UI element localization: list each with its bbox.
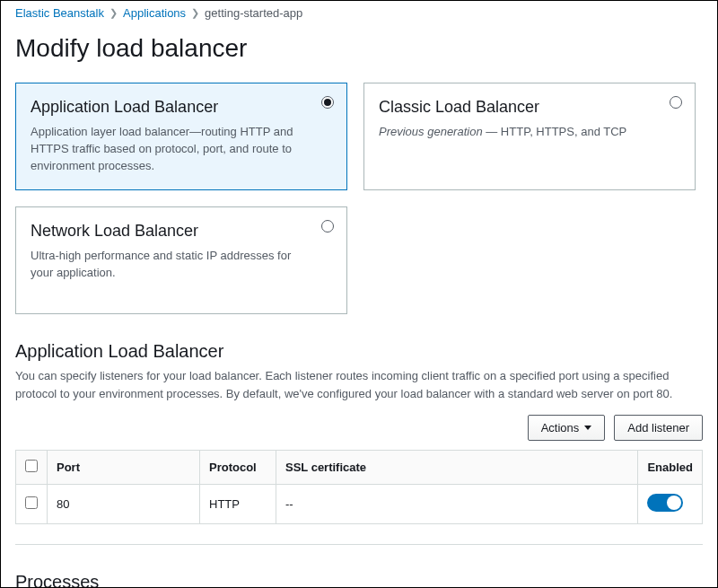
- card-title: Network Load Balancer: [31, 222, 302, 241]
- table-row[interactable]: 80 HTTP --: [16, 485, 703, 524]
- radio-unselected-icon[interactable]: [670, 96, 682, 109]
- table-header-row: Port Protocol SSL certificate Enabled: [16, 451, 703, 485]
- actions-dropdown-button[interactable]: Actions: [528, 415, 606, 441]
- card-description: Ultra-high performance and static IP add…: [31, 248, 302, 282]
- page-title: Modify load balancer: [15, 34, 703, 63]
- divider: [15, 544, 703, 545]
- breadcrumb-link-root[interactable]: Elastic Beanstalk: [15, 6, 104, 20]
- breadcrumb-current: getting-started-app: [205, 6, 302, 20]
- card-title: Application Load Balancer: [31, 98, 302, 117]
- breadcrumb-link-applications[interactable]: Applications: [123, 6, 186, 20]
- header-ssl: SSL certificate: [276, 451, 638, 485]
- card-classic-load-balancer[interactable]: Classic Load Balancer Previous generatio…: [363, 83, 696, 190]
- header-enabled: Enabled: [638, 451, 703, 485]
- card-application-load-balancer[interactable]: Application Load Balancer Application la…: [15, 83, 347, 190]
- header-select-all[interactable]: [16, 451, 48, 485]
- caret-down-icon: [584, 426, 591, 430]
- chevron-right-icon: ❯: [109, 7, 118, 19]
- section-title-processes: Processes: [15, 572, 703, 588]
- header-port: Port: [48, 451, 200, 485]
- card-title: Classic Load Balancer: [379, 98, 650, 117]
- radio-selected-icon[interactable]: [321, 96, 334, 109]
- listeners-table: Port Protocol SSL certificate Enabled 80…: [15, 450, 703, 524]
- enabled-toggle[interactable]: [647, 494, 683, 512]
- card-network-load-balancer[interactable]: Network Load Balancer Ultra-high perform…: [15, 206, 347, 314]
- select-all-checkbox[interactable]: [25, 460, 38, 472]
- row-checkbox[interactable]: [25, 496, 38, 509]
- breadcrumb: Elastic Beanstalk ❯ Applications ❯ getti…: [15, 1, 703, 25]
- section-description: You can specify listeners for your load …: [15, 367, 703, 402]
- radio-unselected-icon[interactable]: [321, 220, 334, 233]
- header-protocol: Protocol: [200, 451, 276, 485]
- section-title-alb: Application Load Balancer: [15, 341, 703, 362]
- cell-ssl: --: [276, 485, 638, 524]
- chevron-right-icon: ❯: [191, 7, 199, 19]
- card-description: Application layer load balancer—routing …: [31, 124, 302, 175]
- cell-protocol: HTTP: [200, 485, 276, 524]
- cell-port: 80: [48, 485, 200, 524]
- card-description: Previous generation — HTTP, HTTPS, and T…: [379, 124, 650, 141]
- add-listener-button[interactable]: Add listener: [614, 415, 703, 441]
